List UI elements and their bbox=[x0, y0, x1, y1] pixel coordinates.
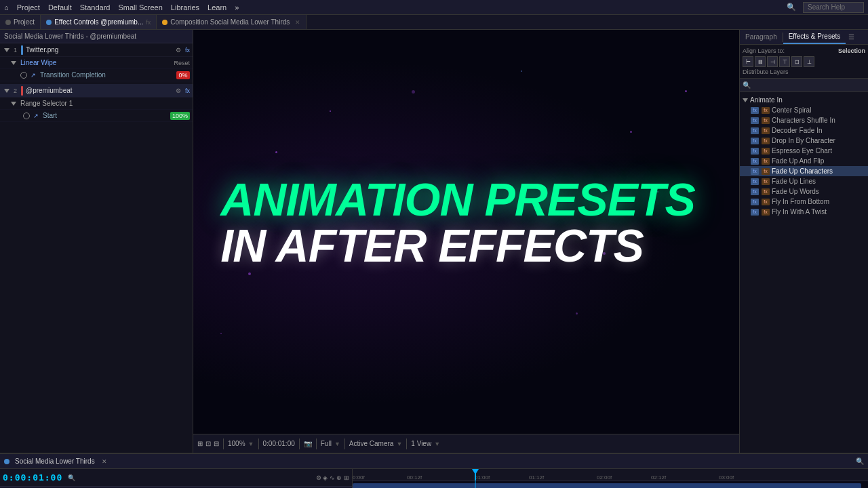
tab-effects-presets[interactable]: Effects & Presets bbox=[783, 30, 846, 44]
timeline-search-icon[interactable]: 🔍 bbox=[856, 458, 864, 465]
effects-menu-icon[interactable]: ☰ bbox=[848, 33, 854, 41]
range-selector-row[interactable]: Range Selector 1 bbox=[0, 98, 193, 110]
tab-composition[interactable]: Composition Social Media Lower Thirds ✕ bbox=[157, 15, 307, 29]
workspace-standard[interactable]: Standard bbox=[80, 3, 111, 12]
layer-2-row[interactable]: 2 @premiumbeat ⚙ fx bbox=[0, 84, 193, 98]
start-stopwatch-icon[interactable] bbox=[23, 113, 30, 119]
start-label: Start bbox=[43, 112, 169, 119]
effect-icon-15: fx bbox=[751, 178, 759, 185]
tab-dot-effect bbox=[46, 20, 52, 25]
range-selector-expand[interactable] bbox=[11, 102, 16, 106]
tab-project[interactable]: Project bbox=[0, 15, 41, 29]
ruler-0: 0:00f bbox=[353, 474, 365, 481]
timeline-ctrl-icons[interactable]: ⚙ ◈ ∿ ⊕ ⊞ bbox=[316, 474, 349, 481]
top-menu-bar: ⌂ Project Default Standard Small Screen … bbox=[0, 0, 868, 15]
timeline-close[interactable]: ✕ bbox=[102, 458, 107, 465]
menu-icon[interactable]: ⌂ bbox=[4, 3, 9, 12]
layer-1-row[interactable]: 1 Twitter.png ⚙ fx bbox=[0, 43, 193, 57]
comp-view: ANIMATION PRESETS IN AFTER EFFECTS bbox=[193, 30, 739, 434]
linear-wipe-reset[interactable]: Reset bbox=[174, 60, 190, 66]
workspace-default[interactable]: Default bbox=[48, 3, 72, 12]
comp-tool-icon-1[interactable]: ⊞ bbox=[197, 440, 203, 447]
layer-1-fx[interactable]: fx bbox=[185, 47, 190, 54]
menu-item-project[interactable]: Project bbox=[17, 3, 40, 12]
time-display[interactable]: 0:00:01:00 bbox=[3, 472, 62, 483]
workspace-learn[interactable]: Learn bbox=[208, 3, 226, 12]
zoom-label: 100% bbox=[228, 440, 245, 447]
layer-2-fx[interactable]: fx bbox=[185, 87, 190, 94]
effect-icon-18: fx bbox=[762, 188, 770, 195]
right-panel-tabs: Paragraph Effects & Presets ☰ bbox=[740, 30, 868, 45]
view2-dropdown-icon[interactable]: ▼ bbox=[434, 441, 440, 447]
playhead-track-1 bbox=[475, 481, 476, 488]
timeline-dot bbox=[4, 459, 9, 464]
effect-espresso[interactable]: fx fx Espresso Eye Chart bbox=[740, 146, 868, 156]
tab-label-effect: Effect Controls @premiumb... bbox=[54, 18, 143, 26]
effects-search[interactable]: 🔍 bbox=[740, 79, 868, 92]
effect-fade-up-chars[interactable]: fx fx Fade Up Characters bbox=[740, 166, 868, 176]
workspace-small-screen[interactable]: Small Screen bbox=[118, 3, 162, 12]
linear-wipe-expand[interactable] bbox=[11, 61, 16, 65]
comp-time: 0:00:01:00 bbox=[263, 440, 295, 447]
animate-in-chevron bbox=[743, 98, 748, 102]
effect-icon-17: fx bbox=[751, 188, 759, 195]
view-dropdown-icon[interactable]: ▼ bbox=[396, 441, 402, 447]
view-label: Active Camera bbox=[349, 440, 394, 447]
effect-label-6: Fade Up And Flip bbox=[772, 157, 824, 165]
transition-completion-value[interactable]: 0% bbox=[176, 71, 190, 79]
layer-2-switches[interactable]: ⚙ bbox=[176, 87, 181, 94]
time-search-icon[interactable]: 🔍 bbox=[68, 474, 75, 481]
align-left-btn[interactable]: ⊢ bbox=[743, 56, 753, 67]
effect-icon-19: fx bbox=[751, 199, 759, 205]
center-panel: ANIMATION PRESETS IN AFTER EFFECTS ⊞ ⊡ ⊟… bbox=[193, 30, 739, 453]
align-right-btn[interactable]: ⊣ bbox=[767, 56, 778, 67]
align-top-btn[interactable]: ⊤ bbox=[779, 56, 790, 67]
start-value[interactable]: 100% bbox=[170, 112, 190, 120]
stopwatch-icon[interactable] bbox=[20, 72, 27, 79]
separator-2 bbox=[258, 439, 259, 449]
align-vcenter-btn[interactable]: ⊡ bbox=[791, 56, 802, 67]
effect-fade-up-words[interactable]: fx fx Fade Up Words bbox=[740, 186, 868, 197]
effect-icon-2: fx bbox=[762, 107, 770, 114]
title-container: ANIMATION PRESETS IN AFTER EFFECTS bbox=[220, 176, 712, 268]
effect-label-3: Decoder Fade In bbox=[772, 127, 823, 134]
layer-1-expand[interactable] bbox=[4, 48, 9, 52]
comp-tool-camera-icon[interactable]: 📷 bbox=[304, 440, 312, 447]
search-icon[interactable]: 🔍 bbox=[787, 3, 796, 12]
layer-2-expand[interactable] bbox=[4, 89, 9, 93]
effect-center-spiral[interactable]: fx fx Center Spiral bbox=[740, 105, 868, 115]
zoom-dropdown-icon[interactable]: ▼ bbox=[248, 441, 254, 447]
more-workspaces[interactable]: » bbox=[235, 3, 239, 12]
align-bottom-btn[interactable]: ⊥ bbox=[804, 56, 814, 67]
tab-effect-controls[interactable]: Effect Controls @premiumb... fx bbox=[41, 15, 157, 29]
layer-1-switches[interactable]: ⚙ bbox=[176, 47, 181, 54]
track-1[interactable] bbox=[353, 481, 868, 488]
tab-label-comp: Composition Social Media Lower Thirds bbox=[170, 18, 290, 26]
effect-fade-up-lines[interactable]: fx fx Fade Up Lines bbox=[740, 176, 868, 186]
resolution-label: Full bbox=[321, 440, 332, 447]
workspace-libraries[interactable]: Libraries bbox=[171, 3, 199, 12]
effect-characters-shuffle[interactable]: fx fx Characters Shuffle In bbox=[740, 115, 868, 125]
effect-drop-in[interactable]: fx fx Drop In By Character bbox=[740, 136, 868, 146]
effect-decoder-fade[interactable]: fx fx Decoder Fade In bbox=[740, 125, 868, 136]
effect-fly-with-twist[interactable]: fx fx Fly In With A Twist bbox=[740, 207, 868, 217]
effect-fade-up-flip[interactable]: fx fx Fade Up And Flip bbox=[740, 156, 868, 166]
comp-tool-icon-3[interactable]: ⊟ bbox=[214, 440, 219, 447]
search-input[interactable] bbox=[803, 2, 864, 13]
align-hcenter-btn[interactable]: ⊠ bbox=[755, 56, 766, 67]
ruler-3: 03:00f bbox=[719, 474, 734, 481]
tab-paragraph[interactable]: Paragraph bbox=[740, 30, 783, 44]
effect-label-1: Center Spiral bbox=[772, 106, 811, 114]
start-row: ↗ Start 100% bbox=[0, 110, 193, 122]
res-dropdown-icon[interactable]: ▼ bbox=[334, 441, 340, 447]
effect-icon-14: fx bbox=[762, 168, 770, 175]
ruler-2: 02:00f bbox=[597, 474, 612, 481]
linear-wipe-row[interactable]: Linear Wipe Reset bbox=[0, 57, 193, 69]
comp-tool-icon-2[interactable]: ⊡ bbox=[205, 440, 211, 447]
tab-comp-close[interactable]: ✕ bbox=[295, 19, 300, 26]
effect-fly-from-bottom[interactable]: fx fx Fly In From Bottom bbox=[740, 197, 868, 207]
effects-search-input[interactable] bbox=[753, 81, 865, 89]
particle-3 bbox=[248, 272, 251, 275]
track-bar-1 bbox=[353, 483, 861, 488]
animate-in-header[interactable]: Animate In bbox=[740, 95, 868, 105]
